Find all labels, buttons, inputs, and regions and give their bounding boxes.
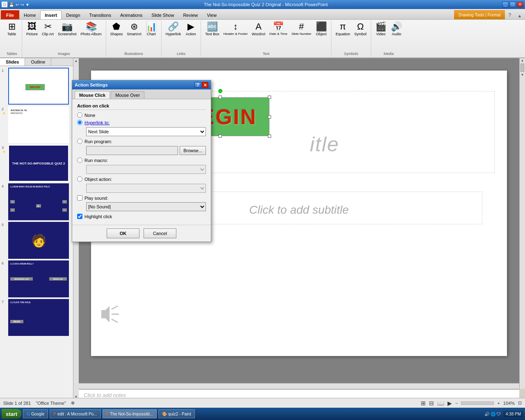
cancel-button[interactable]: Cancel <box>144 228 176 238</box>
dialog-titlebar: Action Settings ? ✕ <box>72 80 211 89</box>
radio-object-action-row: Object action: <box>77 176 206 182</box>
radio-run-program-input[interactable] <box>77 139 82 144</box>
powerpoint-taskbar-btn[interactable]: P edit : A Microsoft Po... <box>50 409 100 418</box>
radio-hyperlink-input[interactable] <box>77 120 82 125</box>
radio-hyperlink-row: Hyperlink to: <box>77 120 206 125</box>
dialog-tabs: Mouse Click Mouse Over <box>72 89 211 99</box>
taskbar-icons: 🔊 🌐 🛡 <box>484 412 501 416</box>
dialog-section-title: Action on click <box>77 103 206 110</box>
hyperlink-combo-row: Next Slide <box>86 127 206 136</box>
radio-hyperlink-label[interactable]: Hyperlink to: <box>77 120 110 125</box>
google-taskbar-btn[interactable]: G Google <box>23 409 48 418</box>
dialog-title-text: Action Settings <box>75 82 108 87</box>
sound-select-container: [No Sound] <box>86 202 206 211</box>
run-macro-select[interactable] <box>86 165 206 174</box>
paint-taskbar-btn[interactable]: 🎨 quiz2 - Paint <box>158 409 195 418</box>
run-program-input-container: Browse... <box>86 146 206 155</box>
dialog-close-button[interactable]: ✕ <box>202 82 208 88</box>
sound-select[interactable]: [No Sound] <box>86 202 206 211</box>
dialog-tab-mouse-over[interactable]: Mouse Over <box>111 91 144 99</box>
play-sound-checkbox[interactable] <box>77 195 82 201</box>
quiz-icon: P <box>106 412 109 416</box>
radio-object-action-label[interactable]: Object action: <box>77 176 112 182</box>
radio-run-macro-label[interactable]: Run macro: <box>77 158 108 163</box>
dialog-overlay: Action Settings ? ✕ Mouse Click Mouse Ov… <box>0 0 525 420</box>
radio-object-action-input[interactable] <box>77 176 82 182</box>
powerpoint-icon: P <box>53 412 56 416</box>
radio-none-row: None <box>77 112 206 118</box>
taskbar-right: 🔊 🌐 🛡 4:38 PM <box>484 411 523 417</box>
dialog-footer: OK Cancel <box>72 225 211 242</box>
ok-button[interactable]: OK <box>107 228 139 238</box>
radio-run-program-row: Run program: <box>77 139 206 144</box>
taskbar: start G Google P edit : A Microsoft Po..… <box>0 408 525 420</box>
dialog-body: Action on click None Hyperlink to: Next <box>72 99 211 225</box>
dialog-help-button[interactable]: ? <box>194 82 201 88</box>
highlight-click-checkbox[interactable] <box>77 214 82 219</box>
run-program-input[interactable] <box>86 146 178 155</box>
highlight-click-row: Highlight click <box>77 214 206 219</box>
hyperlink-dropdown-container: Next Slide <box>86 127 206 136</box>
google-icon: G <box>27 412 30 416</box>
paint-icon: 🎨 <box>162 412 167 416</box>
hyperlink-select[interactable]: Next Slide <box>86 127 206 136</box>
object-action-select[interactable] <box>86 184 206 193</box>
radio-none-input[interactable] <box>77 112 82 118</box>
run-macro-select-container <box>86 165 206 174</box>
object-action-select-container <box>86 184 206 193</box>
browse-button[interactable]: Browse... <box>180 146 206 155</box>
start-button[interactable]: start <box>2 409 21 419</box>
action-settings-dialog: Action Settings ? ✕ Mouse Click Mouse Ov… <box>72 80 211 242</box>
taskbar-clock: 4:38 PM <box>503 411 523 417</box>
dialog-tab-mouse-click[interactable]: Mouse Click <box>75 91 110 99</box>
radio-none-label[interactable]: None <box>77 112 95 118</box>
radio-run-macro-input[interactable] <box>77 158 82 163</box>
play-sound-row: Play sound: <box>77 195 206 201</box>
quiz-taskbar-btn[interactable]: P The Not-So-Impossibl... <box>103 409 157 418</box>
run-program-input-row: Browse... <box>86 146 206 155</box>
radio-run-macro-row: Run macro: <box>77 158 206 163</box>
radio-run-program-label[interactable]: Run program: <box>77 139 112 144</box>
